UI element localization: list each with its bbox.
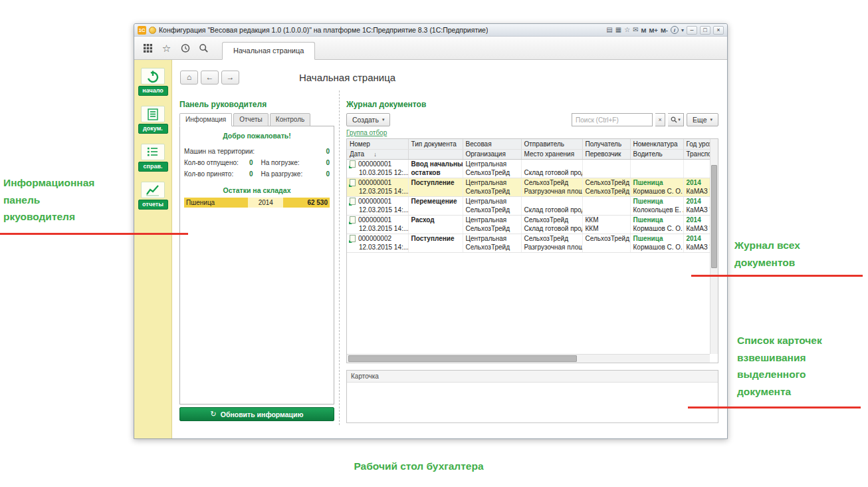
stat-label: Машин на территории: [184,148,255,155]
stat-label: На разгрузке: [261,170,303,178]
stat-label: На погрузке: [261,159,300,166]
stat-value: 0 [249,159,253,166]
horizontal-scrollbar[interactable] [347,354,710,363]
search-icon[interactable] [195,40,212,57]
maximize-button[interactable]: □ [700,26,710,35]
close-button[interactable]: × [713,26,724,35]
memory-m-button[interactable]: М [641,27,647,34]
document-icon [350,198,356,205]
back-button[interactable]: ← [201,71,219,84]
panel-icon[interactable]: ▤ [606,27,612,33]
main-content: ⌂ ← → Начальная страница Панель руководи… [172,60,727,438]
table-row-selected[interactable]: 000000001 Поступление Центральная Сельхо… [347,178,718,187]
sidebar-item-home[interactable]: начало [138,68,168,96]
vertical-scrollbar-thumb[interactable] [711,165,717,268]
stock-name: Пшеница [184,198,248,208]
mail-icon[interactable]: ✉ [633,27,638,33]
column-header-org[interactable]: Организация [463,149,521,159]
column-header-storage[interactable]: Место хранения [521,149,582,159]
journal-title: Журнал документов [346,100,718,109]
stock-row[interactable]: Пшеница 2014 62 530 [184,198,330,208]
column-header-driver[interactable]: Водитель [630,149,683,159]
figure-caption: Рабочий стол бухгалтера [306,460,532,472]
document-icon [350,179,356,186]
forward-button[interactable]: → [221,71,239,84]
annotation-journal: Журнал всех документов [734,237,864,271]
chevron-down-icon[interactable]: ▾ [681,27,684,33]
home-button[interactable]: ⌂ [180,71,198,84]
stat-row: Кол-во принято: 0 На разгрузке: 0 [184,170,330,178]
info-icon[interactable]: i [671,26,679,34]
window-title: Конфигурация "Весовая редакция 1.0 (1.0.… [159,26,488,34]
column-header-empty [408,149,463,159]
table-row[interactable]: 12.03.2015 14:... СельхозТрейд Разгрузоч… [347,243,718,252]
sidebar-item-reports[interactable]: отчеты [138,182,168,210]
caret-down-icon: ▾ [678,117,681,122]
favorites-icon[interactable]: ☆ [624,27,630,33]
session-icon [149,27,156,34]
memory-m-minus-button[interactable]: М- [661,27,668,34]
clear-search-button[interactable]: × [655,113,665,126]
stat-label: Кол-во отпущено: [184,159,239,166]
table-row[interactable]: 12.03.2015 14:... СельхозТрейд Склад гот… [347,224,718,234]
sidebar-item-label: отчеты [138,200,168,210]
sidebar-item-label: начало [138,86,168,96]
column-header-station[interactable]: Весовая [463,139,521,149]
manager-dashboard-panel: Панель руководителя Информация Отчеты Ко… [179,100,334,421]
filter-group-link[interactable]: Группа отбор [346,129,387,136]
stat-value: 0 [326,170,330,178]
refresh-icon: ↻ [211,410,217,418]
stat-row: Машин на территории: 0 [184,148,330,155]
table-row[interactable]: 000000002 Поступление Центральная Сельхо… [347,234,718,243]
more-button[interactable]: Еще▾ [687,113,718,126]
history-icon[interactable] [177,40,193,57]
table-row[interactable]: 000000001 Ввод начальных Центральная [347,159,718,168]
column-header-date[interactable]: Дата↓ [347,149,408,159]
power-icon [141,68,165,84]
grid-icon[interactable]: ▦ [615,27,621,33]
search-options-button[interactable]: ▾ [668,113,684,126]
table-row[interactable]: 000000001 Перемещение Центральная Пшениц… [347,196,718,206]
tab-control[interactable]: Контроль [270,113,310,126]
caret-down-icon: ▾ [382,117,385,122]
sections-sidebar: начало докум. справ. отчеты [134,60,172,438]
vertical-scrollbar[interactable] [710,139,718,354]
caret-down-icon: ▾ [710,117,712,122]
column-header-sender[interactable]: Отправитель [521,139,582,149]
column-header-number[interactable]: Номер [347,139,408,149]
tab-information[interactable]: Информация [179,113,232,126]
sidebar-item-label: докум. [138,124,168,134]
column-header-carrier[interactable]: Перевозчик [582,149,630,159]
horizontal-scrollbar-thumb[interactable] [348,355,577,362]
column-header-nomenclature[interactable]: Номенклатура [630,139,683,149]
table-row[interactable]: 12.03.2015 14:... СельхозТрейд Склад гот… [347,206,718,215]
create-button[interactable]: Создать▾ [346,113,390,126]
navigation-row: ⌂ ← → Начальная страница [180,69,395,85]
sidebar-item-documents[interactable]: докум. [138,106,168,134]
stat-label: Кол-во принято: [184,170,233,178]
column-header-doc-type[interactable]: Тип документа [408,139,463,149]
sidebar-item-label: справ. [138,162,168,172]
sidebar-item-catalogs[interactable]: справ. [138,144,168,172]
search-input[interactable] [572,113,653,126]
table-row[interactable]: 10.03.2015 12:... остатков СельхозТрейд … [347,168,718,178]
refresh-label: Обновить информацию [221,410,304,418]
panel-divider [339,90,340,425]
memory-m-plus-button[interactable]: М+ [649,27,657,34]
window-titlebar[interactable]: 1С Конфигурация "Весовая редакция 1.0 (1… [134,24,727,37]
minimize-button[interactable]: – [687,26,697,35]
favorites-star-icon[interactable]: ☆ [158,40,175,57]
dashboard-tabs: Информация Отчеты Контроль [179,113,334,126]
refresh-info-button[interactable]: ↻ Обновить информацию [179,407,334,421]
page-title: Начальная страница [299,72,395,83]
weighing-cards-panel: Карточка [346,370,718,423]
table-row[interactable]: 000000001 Расход Центральная СельхозТрей… [347,215,718,224]
documents-journal-panel: Журнал документов Создать▾ × ▾ Еще▾ [346,100,718,430]
tab-reports[interactable]: Отчеты [233,113,269,126]
chart-icon [141,182,165,198]
tab-home-page[interactable]: Начальная страница [222,42,315,60]
main-menu-icon[interactable] [140,40,156,57]
column-header-receiver[interactable]: Получатель [582,139,630,149]
main-toolbar: ☆ Начальная страница [134,37,727,60]
table-row-selected[interactable]: 12.03.2015 14:... СельхозТрейд Разгрузоч… [347,187,718,196]
